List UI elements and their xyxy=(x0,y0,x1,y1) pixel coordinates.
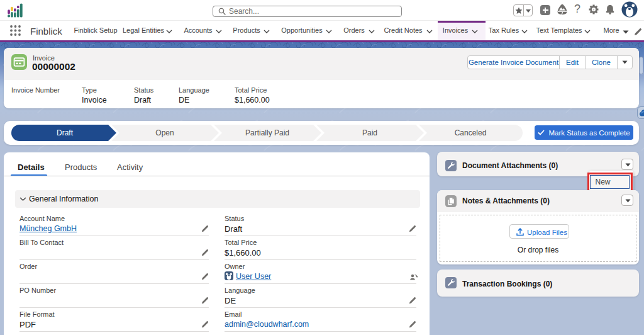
svg-text:Canceled: Canceled xyxy=(455,128,487,137)
svg-text:Partially Paid: Partially Paid xyxy=(245,128,289,137)
svg-text:Paid: Paid xyxy=(362,128,377,137)
svg-text:Open: Open xyxy=(155,128,174,137)
svg-text:Draft: Draft xyxy=(57,128,74,137)
